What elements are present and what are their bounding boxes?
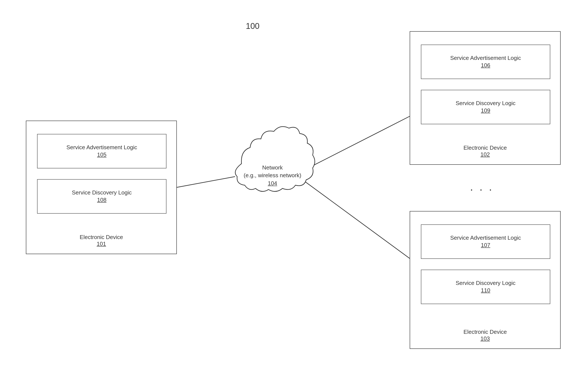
sdl-108-number: 108 bbox=[97, 196, 106, 204]
device-101-box: Service Advertisement Logic 105 Service … bbox=[26, 121, 177, 254]
inner-box-109: Service Discovery Logic 109 bbox=[421, 90, 550, 124]
device-102-label: Electronic Device 102 bbox=[410, 145, 560, 158]
sal-107-number: 107 bbox=[481, 242, 490, 249]
sal-106-number: 106 bbox=[481, 62, 490, 69]
sdl-110-number: 110 bbox=[481, 287, 490, 294]
svg-line-1 bbox=[304, 116, 410, 170]
inner-box-110: Service Discovery Logic 110 bbox=[421, 270, 550, 304]
ellipsis-dots: · · · bbox=[470, 183, 494, 196]
sdl-108-label: Service Discovery Logic bbox=[72, 189, 131, 196]
device-102-box: Service Advertisement Logic 106 Service … bbox=[410, 31, 561, 165]
sal-106-label: Service Advertisement Logic bbox=[450, 54, 521, 62]
device-101-label: Electronic Device 101 bbox=[26, 234, 176, 247]
sdl-110-label: Service Discovery Logic bbox=[456, 280, 515, 287]
network-label: Network (e.g., wireless network) 104 bbox=[244, 164, 301, 187]
inner-box-108: Service Discovery Logic 108 bbox=[37, 179, 166, 214]
inner-box-105: Service Advertisement Logic 105 bbox=[37, 134, 166, 168]
sdl-109-number: 109 bbox=[481, 107, 490, 114]
device-103-label: Electronic Device 103 bbox=[410, 329, 560, 342]
sal-105-label: Service Advertisement Logic bbox=[66, 144, 137, 151]
inner-box-106: Service Advertisement Logic 106 bbox=[421, 45, 550, 79]
sal-105-number: 105 bbox=[97, 151, 106, 158]
device-103-box: Service Advertisement Logic 107 Service … bbox=[410, 211, 561, 349]
sal-107-label: Service Advertisement Logic bbox=[450, 234, 521, 242]
diagram-container: 100 Service Advertisement Logic 105 Serv… bbox=[0, 0, 588, 376]
svg-line-0 bbox=[177, 177, 235, 187]
inner-box-107: Service Advertisement Logic 107 bbox=[421, 224, 550, 259]
sdl-109-label: Service Discovery Logic bbox=[456, 100, 515, 107]
svg-line-2 bbox=[304, 181, 410, 258]
diagram-title: 100 bbox=[246, 21, 259, 31]
